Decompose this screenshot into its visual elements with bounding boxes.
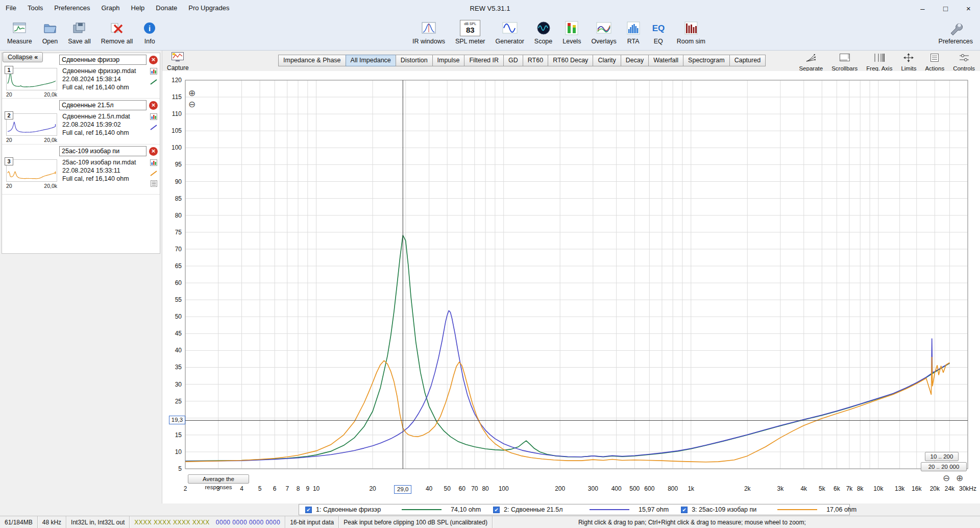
menu-preferences[interactable]: Preferences (48, 0, 95, 16)
measurement-thumbnail[interactable] (6, 68, 57, 90)
tab-rt60[interactable]: RT60 (523, 55, 548, 66)
tab-gd[interactable]: GD (503, 55, 523, 66)
svg-text:55: 55 (175, 296, 182, 303)
tab-decay[interactable]: Decay (621, 55, 649, 66)
tab-spectrogram[interactable]: Spectrogram (683, 55, 730, 66)
menu-file[interactable]: File (0, 0, 22, 16)
controls-button[interactable]: Controls (951, 52, 977, 73)
remove-measurement-button[interactable]: × (149, 147, 158, 156)
status-io-format: Int32L in, Int32L out (66, 516, 130, 528)
tab-impulse[interactable]: Impulse (432, 55, 465, 66)
scope-button[interactable]: Scope (530, 17, 556, 46)
tab-all-impedance[interactable]: All Impedance (346, 55, 396, 66)
svg-text:10: 10 (175, 448, 182, 455)
trace-color-icon[interactable] (150, 170, 157, 177)
close-button[interactable]: × (957, 0, 980, 16)
zoom-in-y-button[interactable]: ⊕ (187, 88, 197, 99)
capture-button[interactable]: Capture (165, 51, 191, 72)
measurement-thumbnail[interactable] (6, 113, 57, 136)
open-button[interactable]: Open (38, 17, 62, 46)
separate-button[interactable]: Separate (797, 52, 825, 73)
levels-button[interactable]: Levels (558, 17, 585, 46)
svg-text:5: 5 (258, 485, 262, 492)
remove-measurement-button[interactable]: × (149, 56, 158, 64)
svg-text:70: 70 (175, 246, 182, 253)
svg-text:70: 70 (471, 485, 478, 492)
generator-button[interactable]: Generator (492, 17, 528, 46)
menu-tools[interactable]: Tools (22, 0, 48, 16)
svg-text:4: 4 (240, 485, 243, 492)
tab-waterfall[interactable]: Waterfall (648, 55, 683, 66)
tab-distortion[interactable]: Distortion (396, 55, 433, 66)
tab-filtered-ir[interactable]: Filtered IR (464, 55, 504, 66)
measure-button[interactable]: Measure (3, 17, 36, 46)
menu-pro-upgrades[interactable]: Pro Upgrades (183, 0, 235, 16)
remove-measurement-button[interactable]: × (149, 101, 158, 110)
measurement-chart-icon[interactable] (150, 113, 157, 120)
measurement-card-2[interactable]: × 2 20 20,0k Сдвоенные 21.5л.mdat 22.08.… (2, 99, 160, 145)
tab-captured[interactable]: Captured (729, 55, 766, 66)
average-responses-button[interactable]: Average the responses (188, 474, 249, 484)
minimize-button[interactable]: – (911, 0, 934, 16)
scrollbars-button[interactable]: Scrollbars (829, 52, 860, 73)
legend-checkbox-3[interactable]: ✔ (681, 507, 688, 513)
legend-checkbox-2[interactable]: ✔ (493, 507, 500, 513)
ir-windows-button[interactable]: IR windows (408, 17, 449, 46)
trace-color-icon[interactable] (150, 124, 157, 131)
measurement-chart-icon[interactable] (150, 68, 157, 75)
svg-text:6: 6 (273, 485, 277, 492)
rta-button[interactable]: RTA (623, 17, 644, 46)
generator-icon (502, 19, 518, 37)
zoom-preset-10-200-button[interactable]: 10 .. 200 (925, 452, 959, 461)
impedance-chart[interactable]: 2345678910203040506070801002003004005006… (162, 71, 980, 503)
svg-text:800: 800 (668, 485, 678, 492)
limits-button[interactable]: Limits (899, 52, 918, 73)
menu-donate[interactable]: Donate (150, 0, 183, 16)
collapse-panel-button[interactable]: Collapse « (3, 52, 43, 62)
menu-help[interactable]: Help (126, 0, 151, 16)
save-all-button[interactable]: Save all (64, 17, 94, 46)
svg-text:80: 80 (482, 485, 489, 492)
notes-icon[interactable] (151, 180, 157, 187)
measurement-card-3[interactable]: × 3 20 20,0k 25ас-109 изобар пи.mdat 22.… (2, 145, 160, 195)
zoom-out-button[interactable]: ⊖ (941, 473, 951, 484)
thumbnail-sparkline (7, 114, 57, 135)
eq-icon: EQ (650, 19, 667, 37)
svg-text:75: 75 (175, 229, 182, 236)
measurement-name-input[interactable] (59, 100, 146, 110)
room-sim-button[interactable]: Room sim (673, 17, 709, 46)
thumbnail-sparkline (7, 160, 57, 181)
preferences-button[interactable]: Preferences (935, 17, 977, 46)
spl-meter-button[interactable]: dB SPL 83 SPL meter (451, 17, 489, 46)
svg-text:1k: 1k (688, 485, 695, 492)
remove-all-button[interactable]: Remove all (97, 17, 137, 46)
overlays-button[interactable]: Overlays (587, 17, 620, 46)
measurement-thumbnail[interactable] (6, 159, 57, 182)
freq-axis-icon (873, 53, 886, 64)
zoom-in-button[interactable]: ⊕ (954, 473, 965, 484)
measurement-name-input[interactable] (59, 55, 146, 65)
legend-box: ✔ 1: Сдвоенные фризэр 74,10 ohm ✔ 2: Сдв… (299, 504, 850, 515)
actions-button[interactable]: Actions (923, 52, 946, 73)
trace-color-icon[interactable] (150, 78, 157, 85)
legend-cursor-value: 15,97 ohm (639, 506, 669, 513)
status-sample-rate: 48 kHz (38, 516, 66, 528)
eq-button[interactable]: EQ EQ (646, 17, 671, 46)
svg-text:8k: 8k (857, 485, 864, 492)
svg-text:6k: 6k (834, 485, 841, 492)
zoom-out-y-button[interactable]: ⊖ (187, 100, 197, 110)
maximize-button[interactable]: □ (934, 0, 957, 16)
menu-graph[interactable]: Graph (95, 0, 125, 16)
measurement-name-input[interactable] (59, 146, 146, 156)
tab-rt60-decay[interactable]: RT60 Decay (548, 55, 593, 66)
titlebar: File Tools Preferences Graph Help Donate… (0, 0, 980, 16)
measurement-chart-icon[interactable] (150, 159, 157, 166)
tab-clarity[interactable]: Clarity (593, 55, 621, 66)
freq-axis-button[interactable]: Freq. Axis (864, 52, 894, 73)
info-button[interactable]: i Info (139, 17, 160, 46)
tab-impedance-phase[interactable]: Impedance & Phase (278, 55, 346, 66)
thumb-freq-max: 20,0k (44, 91, 57, 98)
zoom-preset-20-20000-button[interactable]: 20 .. 20 000 (921, 462, 967, 471)
open-folder-icon (43, 19, 57, 37)
legend-checkbox-1[interactable]: ✔ (305, 507, 312, 513)
